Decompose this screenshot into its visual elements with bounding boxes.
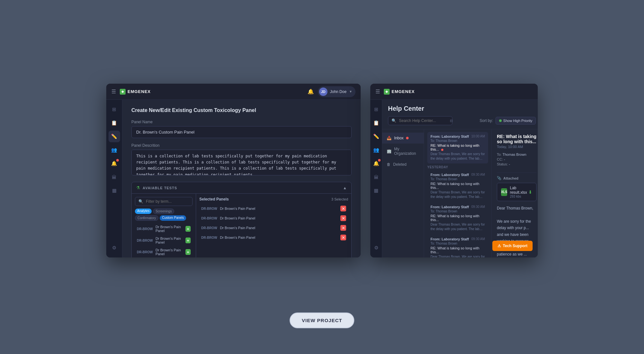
inbox-label: Inbox xyxy=(394,136,403,140)
remove-btn[interactable]: ✕ xyxy=(340,206,346,211)
test-item[interactable]: DR-BROW Dr Brown's Pain Panel + xyxy=(135,235,193,246)
panel-desc-textarea[interactable]: This is a collection of lab tests specif… xyxy=(131,150,352,175)
sidebar-icon-edit[interactable]: ✏️ xyxy=(109,131,120,142)
detail-meta: To: Thomas Brown CC: - Status: - xyxy=(497,153,536,166)
detail-cc: CC: - xyxy=(497,157,536,161)
tech-support-button[interactable]: ⚠ Tech Support xyxy=(492,241,533,251)
msg-preview-y3: Dear Thomas Brown, We are sorry for the … xyxy=(431,255,485,257)
user-pill[interactable]: JD John Doe ▼ xyxy=(318,86,355,97)
download-icon[interactable]: ⬇ xyxy=(528,190,532,195)
deleted-label: Deleted xyxy=(393,162,406,167)
sidebar-icon-grid[interactable]: ⊞ xyxy=(109,104,120,115)
test-code: DR-BROW xyxy=(137,239,154,242)
msg-to-y2: To: Thomas Brown xyxy=(431,210,485,213)
show-high-priority-button[interactable]: Show High Priority xyxy=(496,117,536,125)
help-body: 📥 Inbox 🏢 My Organization 🗑 Deleted xyxy=(382,129,538,257)
detail-date: Today, 10:00 AM xyxy=(497,145,536,149)
msg-to: To: Thomas Brown xyxy=(431,139,485,143)
msg-item-y1[interactable]: From: Laboratory Staff To: Thomas Brown … xyxy=(427,170,488,202)
logo-icon-right xyxy=(384,89,390,95)
panel-name-input[interactable] xyxy=(131,126,352,138)
sort-area: Sort by: Show High Priority xyxy=(480,117,536,125)
filter-tags: Analytes Screenings Confirmatory Custom … xyxy=(135,209,193,221)
left-sidebar: ⊞ 📋 ✏️ 👥 🔔 🏛 ▦ ⚙ xyxy=(106,100,122,257)
selected-panels-title: Selected Panels xyxy=(199,197,229,201)
hamburger-icon[interactable]: ☰ xyxy=(111,88,116,95)
avatar: JD xyxy=(319,88,327,96)
remove-btn[interactable]: ✕ xyxy=(340,225,346,231)
remove-btn[interactable]: ✕ xyxy=(340,235,346,240)
org-icon: 🏢 xyxy=(387,149,392,154)
file-size: 293 kbs xyxy=(510,195,528,198)
msg-preview: Dear Thomas Brown, We are sorry for the … xyxy=(431,152,485,161)
priority-btn-label: Show High Priority xyxy=(503,119,532,123)
tag-screenings[interactable]: Screenings xyxy=(153,209,174,214)
chevron-down-icon: ▼ xyxy=(349,90,352,93)
message-list: From: Laboratory Staff To: Thomas Brown … xyxy=(424,129,492,257)
sidebar-icon-doc-r[interactable]: 📋 xyxy=(370,117,382,129)
right-sidebar: ⊞ 📋 ✏️ 👥 🔔 🏛 ▦ ⚙ xyxy=(370,100,382,257)
test-code: DR-BROW xyxy=(137,250,154,254)
nav-item-inbox[interactable]: 📥 Inbox xyxy=(382,133,424,144)
nav-item-deleted[interactable]: 🗑 Deleted xyxy=(382,159,424,170)
msg-item-today[interactable]: From: Laboratory Staff To: Thomas Brown … xyxy=(427,132,488,163)
sidebar-icon-edit-r[interactable]: ✏️ xyxy=(370,131,382,142)
nav-item-my-org[interactable]: 🏢 My Organization xyxy=(382,144,424,159)
msg-preview-y1: Dear Thomas Brown, We are sorry for the … xyxy=(431,190,485,199)
inbox-icon: 📥 xyxy=(387,136,392,140)
sidebar-icon-users[interactable]: 👥 xyxy=(109,144,120,156)
left-main-content: Create New/Edit Existing Custom Toxicolo… xyxy=(122,100,361,257)
filter-search-icon: 🔍 xyxy=(138,199,143,204)
panel-desc-label: Panel Descrition xyxy=(131,143,352,148)
sidebar-icon-grid2[interactable]: ▦ xyxy=(109,185,120,196)
sidebar-icon-building-r[interactable]: 🏛 xyxy=(370,171,382,183)
selected-list: DR-BROW Dr Brown's Pain Panel ✕ DR-BROW xyxy=(199,204,348,242)
filter-icon[interactable]: ⊟ xyxy=(450,119,453,123)
sidebar-icon-building[interactable]: 🏛 xyxy=(109,171,120,183)
detail-to: To: Thomas Brown xyxy=(497,153,536,156)
sidebar-icon-grid-r[interactable]: ⊞ xyxy=(370,104,382,115)
logo-area-right: EMGENEX xyxy=(384,89,415,95)
detail-divider xyxy=(497,172,536,173)
tag-analytes[interactable]: Analytes xyxy=(135,209,152,214)
help-search-input[interactable] xyxy=(399,118,447,123)
msg-subject-y1: RE: What is taking so long with this... xyxy=(431,182,485,190)
test-list: DR-BROW Dr Brown's Pain Panel + DR-BROW xyxy=(135,223,193,257)
msg-item-y3[interactable]: From: Laboratory Staff To: Thomas Brown … xyxy=(427,235,488,257)
sidebar-icon-settings-r[interactable]: ⚙ xyxy=(370,242,382,254)
detail-status: Status: - xyxy=(497,162,536,166)
msg-preview-y2: Dear Thomas Brown, We are sorry for the … xyxy=(431,222,485,231)
sidebar-icon-settings[interactable]: ⚙ xyxy=(109,242,120,254)
add-test-btn[interactable]: + xyxy=(185,249,191,255)
topbar-left: ☰ EMGENEX 🔔 JD John Doe ▼ xyxy=(106,84,361,100)
sidebar-icon-alert-r[interactable]: 🔔 xyxy=(370,158,382,169)
test-filter-input[interactable] xyxy=(146,199,194,204)
add-test-btn[interactable]: + xyxy=(185,238,191,243)
help-header: Help Center 🔍 ⊟ Sort by: Show High Prior… xyxy=(382,100,538,129)
selected-code: DR-BROW xyxy=(201,207,218,210)
deleted-icon: 🗑 xyxy=(387,162,391,167)
view-project-button[interactable]: VIEW PROJECT xyxy=(289,312,354,328)
panel-form-title: Create New/Edit Existing Custom Toxicolo… xyxy=(131,107,352,113)
chevron-up-icon[interactable]: ▲ xyxy=(343,186,347,190)
test-code: DR-BROW xyxy=(137,227,154,231)
sidebar-icon-users-r[interactable]: 👥 xyxy=(370,144,382,156)
add-test-btn[interactable]: + xyxy=(185,226,191,232)
sidebar-icon-alert[interactable]: 🔔 xyxy=(109,158,120,169)
tag-custom-panels[interactable]: Custom Panels xyxy=(160,215,186,221)
msg-subject: RE: What is taking so long with this... xyxy=(431,144,485,151)
test-item[interactable]: DR-BROW Dr Brown's Pain Panel + xyxy=(135,223,193,234)
sidebar-icon-grid2-r[interactable]: ▦ xyxy=(370,185,382,196)
msg-time-y2: 09:30 AM xyxy=(471,205,485,209)
remove-btn[interactable]: ✕ xyxy=(340,215,346,221)
hamburger-icon-right[interactable]: ☰ xyxy=(375,88,380,95)
msg-item-y2[interactable]: From: Laboratory Staff To: Thomas Brown … xyxy=(427,202,488,234)
notification-bell-icon[interactable]: 🔔 xyxy=(308,88,314,95)
attached-label: 📎 Attached xyxy=(497,176,536,180)
help-toolbar: 🔍 ⊟ Sort by: Show High Priority xyxy=(388,116,536,125)
test-item[interactable]: DR-BROW Dr Brown's Pain Panel + xyxy=(135,247,193,257)
help-center-main: Help Center 🔍 ⊟ Sort by: Show High Prior… xyxy=(382,100,538,257)
tag-confirmatory[interactable]: Confirmatory xyxy=(135,215,158,221)
sidebar-icon-doc[interactable]: 📋 xyxy=(109,117,120,129)
selected-panels-panel: Selected Panels 3 Selected DR-BROW Dr Br… xyxy=(196,194,351,257)
